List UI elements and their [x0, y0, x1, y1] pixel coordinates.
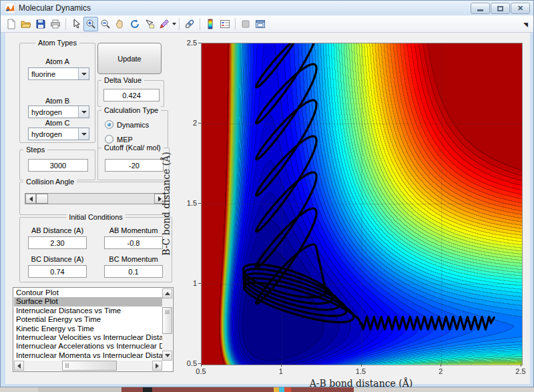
- list-item[interactable]: Internuclear Distances vs Time: [14, 307, 162, 315]
- list-item[interactable]: Internuclear Accelerations vs Internucle…: [14, 342, 162, 351]
- insert-colorbar-icon[interactable]: [203, 17, 218, 31]
- minimize-button[interactable]: [471, 3, 490, 14]
- data-cursor-icon[interactable]: [142, 17, 157, 31]
- ab-distance-field[interactable]: [28, 236, 87, 249]
- figure-client-area: Atom Types Atom A fluorine Atom B hydrog…: [5, 33, 530, 384]
- atom-a-label: Atom A: [20, 57, 95, 65]
- x-tick-label: 2.5: [507, 367, 534, 375]
- figure-toolbar: ◥: [1, 15, 533, 33]
- atom-b-dropdown[interactable]: hydrogen: [28, 106, 89, 118]
- y-tick-label: 0.5: [172, 359, 197, 367]
- scroll-up-icon[interactable]: [162, 288, 172, 299]
- chevron-down-icon[interactable]: [78, 106, 89, 118]
- pes-contour-canvas[interactable]: [201, 43, 523, 365]
- open-file-icon[interactable]: [19, 17, 33, 31]
- collision-angle-slider[interactable]: [25, 193, 166, 204]
- update-button[interactable]: Update: [97, 43, 162, 74]
- cutoff-panel: Cutoff (Kcal/ mol): [97, 148, 170, 180]
- zoom-in-icon[interactable]: [83, 17, 98, 31]
- radio-button-icon[interactable]: [105, 135, 113, 144]
- cutoff-field[interactable]: [105, 159, 164, 172]
- bc-distance-label: BC Distance (A): [25, 255, 89, 263]
- y-tick-mark: [198, 123, 201, 124]
- insert-legend-icon[interactable]: [218, 17, 232, 31]
- steps-field[interactable]: [28, 159, 88, 172]
- cutoff-title: Cutoff (Kcal/ mol): [101, 144, 164, 152]
- background-window-sliver: [0, 387, 534, 392]
- rotate-3d-icon[interactable]: [127, 17, 142, 31]
- chevron-down-icon[interactable]: [78, 128, 89, 140]
- new-figure-icon[interactable]: [4, 17, 19, 31]
- list-item[interactable]: Contour Plot: [14, 288, 162, 297]
- plot-type-listbox[interactable]: Contour Plot Surface Plot Internuclear D…: [13, 287, 174, 372]
- pointer-icon[interactable]: [69, 17, 83, 31]
- scroll-down-icon[interactable]: [162, 351, 172, 361]
- scroll-left-icon[interactable]: [14, 361, 24, 371]
- slider-left-arrow-icon[interactable]: [25, 194, 36, 204]
- initial-conditions-panel: Initial Conditions AB Distance (A) AB Mo…: [19, 217, 172, 282]
- link-plots-icon[interactable]: [182, 17, 197, 31]
- bc-momentum-label: BC Momentum: [101, 255, 166, 263]
- ab-momentum-field[interactable]: [104, 236, 163, 249]
- zoom-out-icon[interactable]: [98, 17, 113, 31]
- y-tick-mark: [198, 203, 201, 204]
- delta-value-title: Delta Value: [101, 76, 144, 84]
- x-tick-label: 0.5: [188, 367, 214, 375]
- toolbar-overflow-icon[interactable]: ◥: [523, 21, 528, 28]
- calculation-type-title: Calculation Type: [101, 106, 161, 114]
- show-plot-tools-dock-icon[interactable]: [253, 17, 268, 31]
- vertical-scroll-thumb[interactable]: [162, 307, 172, 334]
- radio-mep[interactable]: MEP: [105, 135, 133, 144]
- save-figure-icon[interactable]: [33, 17, 48, 31]
- radio-dynamics[interactable]: Dynamics: [105, 120, 149, 129]
- horizontal-scrollbar[interactable]: [14, 361, 162, 371]
- y-tick-mark: [198, 283, 201, 284]
- brush-icon[interactable]: [157, 17, 172, 31]
- scroll-right-icon[interactable]: [152, 361, 162, 371]
- y-tick-label: 2.5: [172, 39, 197, 47]
- atom-c-label: Atom C: [20, 119, 95, 127]
- toolbar-separator: [235, 18, 236, 30]
- pan-hand-icon[interactable]: [113, 17, 127, 31]
- atom-types-title: Atom Types: [35, 39, 79, 47]
- atom-a-dropdown[interactable]: fluorine: [28, 67, 89, 80]
- y-tick-label: 2: [172, 119, 197, 127]
- maximize-button[interactable]: [491, 3, 510, 14]
- vertical-scrollbar[interactable]: [162, 288, 172, 361]
- list-item[interactable]: Internuclear Velocities vs Internuclear …: [14, 333, 162, 342]
- atom-c-dropdown[interactable]: hydrogen: [28, 128, 89, 140]
- y-axis-label: B-C bond distance (Å): [161, 152, 172, 255]
- delta-value-field[interactable]: [103, 89, 160, 102]
- x-tick-mark: [521, 364, 521, 367]
- toolbar-separator: [200, 18, 200, 30]
- close-button[interactable]: ✕: [511, 3, 530, 14]
- list-item[interactable]: Kinetic Energy vs Time: [14, 325, 162, 333]
- collision-angle-title: Collision Angle: [23, 178, 77, 186]
- list-item[interactable]: Internuclear Momenta vs Internuclear Dis…: [14, 351, 162, 360]
- delta-value-panel: Delta Value: [97, 80, 164, 107]
- y-tick-mark: [198, 43, 201, 43]
- bc-momentum-field[interactable]: [104, 265, 163, 278]
- hide-plot-tools-icon[interactable]: [238, 17, 253, 31]
- pes-plot-axes: A-B bond distance (Å) B-C bond distance …: [201, 43, 521, 364]
- chevron-down-icon[interactable]: [78, 68, 89, 79]
- atom-types-panel: Atom Types Atom A fluorine Atom B hydrog…: [19, 43, 95, 143]
- x-tick-mark: [201, 364, 202, 367]
- y-tick-label: 1: [172, 279, 197, 287]
- initial-conditions-title: Initial Conditions: [66, 213, 125, 221]
- steps-panel: Steps: [19, 150, 95, 180]
- title-bar[interactable]: Molecular Dynamics ✕: [1, 1, 533, 15]
- bc-distance-field[interactable]: [28, 265, 87, 278]
- slider-thumb[interactable]: [36, 194, 48, 204]
- radio-button-icon[interactable]: [105, 120, 113, 129]
- window-title: Molecular Dynamics: [19, 3, 91, 13]
- collision-angle-panel: Collision Angle: [19, 182, 170, 215]
- list-item-selected[interactable]: Surface Plot: [14, 297, 162, 306]
- x-tick-mark: [281, 364, 282, 367]
- horizontal-scroll-thumb[interactable]: [62, 361, 117, 371]
- print-figure-icon[interactable]: [48, 17, 63, 31]
- x-tick-label: 2: [427, 367, 454, 375]
- x-tick-label: 1: [268, 367, 294, 375]
- list-item[interactable]: Potential Energy vs Time: [14, 315, 162, 324]
- brush-dropdown-icon[interactable]: [172, 23, 176, 25]
